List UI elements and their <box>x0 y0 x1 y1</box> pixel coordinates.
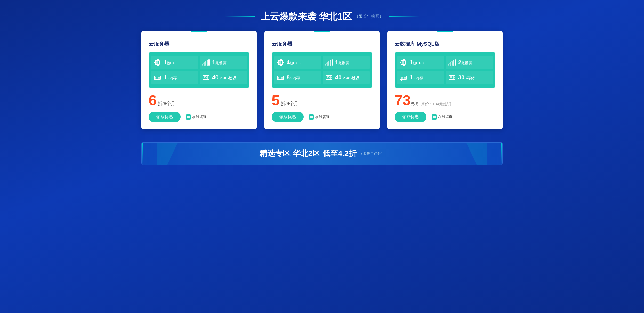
consult-label: 在线咨询 <box>192 115 207 119</box>
card-1: 云服务器 1核CPU <box>141 31 257 129</box>
deco-right <box>389 16 420 17</box>
specs-grid: 1核CPU 2兆带宽 1G内存 <box>395 52 495 88</box>
svg-rect-18 <box>208 59 210 66</box>
spec-value: 1 <box>409 74 413 81</box>
spec-item-bandwidth: 2兆带宽 <box>446 56 493 69</box>
spec-unit: G <box>219 76 221 80</box>
spec-item-bandwidth: 1兆带宽 <box>323 56 370 69</box>
spec-unit: 核 <box>167 61 170 65</box>
svg-rect-84 <box>401 77 402 79</box>
bottom-title-note: （限整年购买） <box>359 151 384 156</box>
promo-button[interactable]: 领取优惠 <box>272 112 304 122</box>
promo-button[interactable]: 领取优惠 <box>149 112 181 122</box>
bandwidth-icon <box>202 58 210 67</box>
spec-item-disk: 40GSAS硬盘 <box>323 71 370 84</box>
price-suffix: 折/6个月 <box>158 100 175 107</box>
svg-rect-80 <box>452 61 453 66</box>
consult-label: 在线咨询 <box>315 115 330 119</box>
title-note: （限首年购买） <box>355 14 383 19</box>
spec-unit: 核 <box>413 61 416 65</box>
card-3: 云数据库 MySQL版 1核CPU <box>387 31 503 129</box>
cpu-icon <box>276 58 285 67</box>
svg-rect-54 <box>281 77 282 79</box>
svg-rect-86 <box>404 77 405 79</box>
section-header: 上云爆款来袭 华北1区 （限首年购买） <box>15 10 629 23</box>
svg-rect-85 <box>403 77 403 79</box>
spec-item-bandwidth: 1兆带宽 <box>200 56 247 69</box>
spec-value: 1 <box>335 59 338 66</box>
svg-rect-49 <box>330 60 331 66</box>
chat-icon <box>186 114 191 120</box>
bandwidth-icon <box>325 58 333 67</box>
spec-unit: G <box>464 76 467 80</box>
spec-text: 30G存储 <box>458 74 475 81</box>
online-consult[interactable]: 在线咨询 <box>309 114 330 120</box>
svg-rect-53 <box>280 77 280 79</box>
bottom-title: 精选专区 华北2区 低至4.2折 （限整年购买） <box>260 148 384 159</box>
svg-rect-48 <box>328 61 329 66</box>
spec-value: 1 <box>409 59 413 66</box>
spec-item-memory: 1G内存 <box>151 71 198 84</box>
stripe-deco-left <box>157 143 178 165</box>
card-title: 云数据库 MySQL版 <box>395 41 495 48</box>
cpu-icon <box>399 58 407 67</box>
title-text: 上云爆款来袭 华北1区 <box>261 10 352 23</box>
price-suffix: 折/6个月 <box>281 100 299 107</box>
spec-value: 2 <box>458 59 461 66</box>
spec-value: 1 <box>164 74 167 81</box>
spec-text: 1核CPU <box>409 59 424 66</box>
svg-point-92 <box>453 77 454 78</box>
spec-item-memory: 1G内存 <box>397 71 444 84</box>
spec-unit: G <box>341 76 344 80</box>
disk-icon <box>325 73 333 82</box>
svg-point-28 <box>207 77 208 78</box>
online-consult[interactable]: 在线咨询 <box>186 114 207 120</box>
specs-grid: 1核CPU 1兆带宽 1G内存 <box>149 52 249 88</box>
spec-unit: 核 <box>290 61 293 65</box>
spec-unit: G <box>167 76 169 80</box>
spec-value: 1 <box>212 59 215 66</box>
spec-unit: 兆 <box>215 61 219 65</box>
header-title-wrap: 上云爆款来袭 华北1区 （限首年购买） <box>255 10 389 23</box>
header-decorations: 上云爆款来袭 华北1区 （限首年购买） <box>15 10 629 23</box>
svg-rect-52 <box>278 77 279 79</box>
price-original: 原价：134元起/月 <box>421 101 452 106</box>
spec-value: 4 <box>287 59 290 66</box>
card-title: 云服务器 <box>272 41 373 48</box>
card-actions: 领取优惠 在线咨询 <box>272 112 373 122</box>
memory-icon <box>399 73 407 82</box>
svg-rect-87 <box>405 77 406 79</box>
spec-value: 40 <box>335 74 341 81</box>
spec-item-memory: 8G内存 <box>274 71 321 84</box>
chat-icon <box>309 114 314 120</box>
svg-rect-23 <box>159 77 160 79</box>
memory-icon <box>276 73 285 82</box>
svg-rect-33 <box>279 61 281 64</box>
svg-rect-20 <box>155 77 156 79</box>
card-top-accent <box>314 31 330 32</box>
spec-item-storage: 30G存储 <box>446 71 493 84</box>
svg-rect-22 <box>158 77 159 79</box>
spec-value: 30 <box>458 74 464 81</box>
svg-rect-82 <box>455 59 456 66</box>
storage-icon <box>448 73 456 82</box>
price-month: 元/月 <box>411 102 419 106</box>
price-big: 73 <box>395 93 410 107</box>
price-row: 5 折/6个月 <box>272 93 373 107</box>
spec-text: 2兆带宽 <box>458 59 472 66</box>
promo-button[interactable]: 领取优惠 <box>395 112 426 122</box>
deco-left <box>224 16 255 17</box>
bandwidth-icon <box>448 58 456 67</box>
spec-text: 1核CPU <box>164 59 178 66</box>
price-row: 73 元/月 原价：134元起/月 <box>395 93 495 107</box>
card-title: 云服务器 <box>149 41 249 48</box>
spec-text: 1G内存 <box>164 74 177 81</box>
spec-value: 1 <box>164 59 167 66</box>
spec-unit: 兆 <box>338 61 342 65</box>
spec-text: 8G内存 <box>287 74 300 81</box>
cpu-icon <box>153 58 162 67</box>
online-consult[interactable]: 在线咨询 <box>432 114 453 120</box>
spec-text: 1兆带宽 <box>335 59 349 66</box>
specs-grid: 4核CPU 1兆带宽 8G内存 <box>272 52 373 88</box>
disk-icon <box>202 73 210 82</box>
